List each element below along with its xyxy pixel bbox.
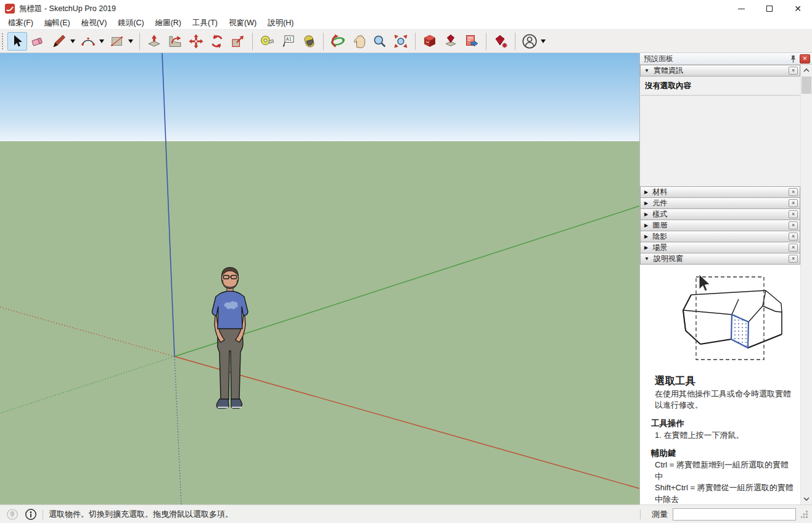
section-styles-close-button[interactable]: × [789, 210, 798, 218]
measurements-input[interactable] [673, 508, 796, 521]
tray-scrollbar[interactable] [800, 65, 812, 504]
menu-camera[interactable]: 鏡頭(C) [112, 17, 149, 30]
divider [641, 95, 800, 96]
menu-draw[interactable]: 繪圖(R) [150, 17, 187, 30]
tray-close-button[interactable]: ✕ [800, 54, 810, 64]
toolbar-separator [415, 33, 416, 50]
minimize-icon [738, 9, 745, 9]
person-shirt [212, 291, 248, 329]
offset-tool-button[interactable] [165, 32, 185, 51]
account-avatar-icon [521, 33, 538, 50]
rectangle-tool-dropdown[interactable] [128, 39, 133, 43]
zoom-tool-button[interactable] [370, 32, 390, 51]
account-dropdown[interactable] [541, 39, 546, 43]
section-instructor-header[interactable]: ▼ 說明視窗 × [640, 253, 800, 265]
section-instructor-label: 說明視窗 [654, 253, 683, 264]
toolbar-separator [486, 33, 486, 50]
orbit-icon [330, 33, 346, 49]
zoom-extents-tool-button[interactable] [391, 32, 411, 51]
menu-help[interactable]: 說明(H) [262, 17, 299, 30]
expand-triangle-icon: ▶ [644, 200, 648, 206]
rectangle-icon [109, 33, 125, 49]
extension-warehouse-button[interactable] [441, 32, 461, 51]
section-styles-header[interactable]: ▶ 樣式 × [640, 208, 800, 220]
minimize-button[interactable] [727, 0, 755, 17]
menu-window[interactable]: 視窗(W) [223, 17, 262, 30]
select-tool-button[interactable] [7, 32, 27, 51]
3d-warehouse-button[interactable] [420, 32, 440, 51]
orbit-tool-button[interactable] [328, 32, 348, 51]
section-instructor-close-button[interactable]: × [789, 255, 798, 263]
statusbar-separator [43, 509, 43, 519]
share-model-button[interactable] [462, 32, 482, 51]
drawing-viewport[interactable] [0, 53, 639, 504]
tape-measure-icon [259, 33, 275, 49]
instructor-modifiers-title: 輔助鍵 [651, 448, 795, 459]
geolocation-status-button[interactable] [6, 508, 18, 521]
section-shadows-header[interactable]: ▶ 陰影 × [640, 231, 800, 242]
section-materials-header[interactable]: ▶ 材料 × [640, 186, 800, 198]
menu-tools[interactable]: 工具(T) [187, 17, 223, 30]
scale-tool-button[interactable] [228, 32, 248, 51]
collapse-triangle-icon: ▼ [644, 68, 649, 73]
section-layers-label: 圖層 [652, 220, 667, 231]
scroll-up-button[interactable] [801, 65, 812, 76]
section-entity-info-close-button[interactable]: × [789, 67, 798, 75]
resize-grip[interactable] [801, 511, 808, 518]
entity-info-content: 沒有選取內容 [640, 76, 800, 187]
line-tool-button[interactable] [49, 32, 69, 51]
section-entity-info-label: 實體資訊 [654, 65, 683, 76]
share-model-icon [464, 33, 480, 49]
auto-hide-pin-button[interactable] [788, 54, 798, 64]
chevron-up-icon [803, 67, 810, 73]
section-entity-info-header[interactable]: ▼ 實體資訊 × [640, 65, 800, 76]
section-scenes-header[interactable]: ▶ 場景 × [640, 242, 800, 253]
line-tool-dropdown[interactable] [70, 39, 75, 43]
scroll-down-button[interactable] [801, 493, 812, 504]
menu-file[interactable]: 檔案(F) [2, 17, 39, 30]
section-materials-label: 材料 [652, 187, 667, 197]
window-title: 無標題 - SketchUp Pro 2019 [19, 4, 116, 14]
extension-manager-button[interactable] [491, 32, 511, 51]
toolbar-separator [515, 33, 515, 50]
svg-text:A1: A1 [286, 36, 292, 42]
text-tool-button[interactable]: A1 [278, 32, 298, 51]
pin-icon [790, 55, 797, 63]
menubar: 檔案(F) 編輯(E) 檢視(V) 鏡頭(C) 繪圖(R) 工具(T) 視窗(W… [0, 17, 812, 30]
extension-manager-gem-icon [493, 33, 509, 49]
section-layers-close-button[interactable]: × [789, 221, 798, 229]
section-layers-header[interactable]: ▶ 圖層 × [640, 220, 800, 231]
sketchup-logo-icon [5, 4, 15, 14]
rotate-tool-button[interactable] [207, 32, 227, 51]
collapse-triangle-icon: ▼ [644, 256, 649, 262]
paint-bucket-tool-button[interactable] [299, 32, 319, 51]
move-tool-button[interactable] [186, 32, 206, 51]
section-shadows-close-button[interactable]: × [789, 233, 798, 241]
scrollbar-thumb[interactable] [802, 76, 811, 94]
credits-info-button[interactable] [25, 508, 37, 521]
account-button[interactable] [520, 32, 539, 51]
close-button[interactable]: ✕ [784, 0, 812, 17]
arc-tool-button[interactable] [78, 32, 98, 51]
section-components-close-button[interactable]: × [789, 199, 798, 207]
section-scenes-close-button[interactable]: × [789, 244, 798, 252]
push-pull-tool-button[interactable] [144, 32, 164, 51]
instructor-content: 選取工具 在使用其他操作工具或命令時選取實體以進行修改。 工具操作 1. 在實體… [640, 265, 800, 504]
maximize-button[interactable] [755, 0, 784, 17]
scrollbar-track[interactable] [801, 94, 812, 493]
section-components-header[interactable]: ▶ 元件 × [640, 197, 800, 209]
tape-measure-tool-button[interactable] [257, 32, 277, 51]
menu-edit[interactable]: 編輯(E) [39, 17, 76, 30]
pan-tool-button[interactable] [349, 32, 369, 51]
toolbar-drag-handle[interactable] [2, 33, 5, 49]
maximize-icon [766, 6, 773, 12]
tray-titlebar[interactable]: 預設面板 ✕ [640, 53, 812, 65]
section-shadows-label: 陰影 [652, 231, 667, 242]
eraser-tool-button[interactable] [28, 32, 48, 51]
rectangle-tool-button[interactable] [107, 32, 127, 51]
magnifier-icon [372, 33, 388, 49]
menu-view[interactable]: 檢視(V) [76, 17, 113, 30]
entity-info-message: 沒有選取內容 [640, 76, 800, 95]
section-materials-close-button[interactable]: × [789, 188, 798, 196]
arc-tool-dropdown[interactable] [99, 39, 104, 43]
